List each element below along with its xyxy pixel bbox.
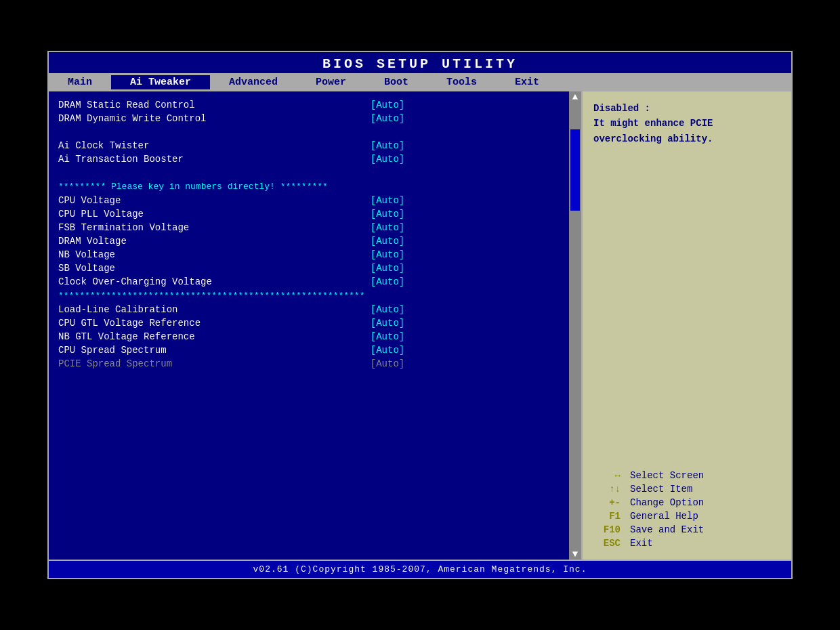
settings-row-18[interactable]: CPU Spread Spectrum[Auto] bbox=[49, 343, 569, 357]
legend-key: +- bbox=[593, 496, 627, 509]
settings-row-1[interactable]: DRAM Dynamic Write Control[Auto] bbox=[49, 112, 569, 125]
separator-row: ****************************************… bbox=[49, 289, 569, 303]
right-panel: Disabled : It might enhance PCIE overclo… bbox=[581, 91, 791, 560]
setting-name-4: Ai Transaction Booster bbox=[49, 152, 361, 166]
setting-name-17: NB GTL Voltage Reference bbox=[49, 330, 361, 343]
status-text: v02.61 (C)Copyright 1985-2007, American … bbox=[253, 564, 587, 574]
menu-item-tools[interactable]: Tools bbox=[427, 75, 496, 89]
legend-row: ↑↓Select Item bbox=[593, 482, 780, 496]
menu-item-ai-tweaker[interactable]: Ai Tweaker bbox=[111, 75, 210, 89]
legend-action: Select Item bbox=[627, 482, 780, 496]
legend-row: F1General Help bbox=[593, 509, 780, 523]
legend-row: F10Save and Exit bbox=[593, 523, 780, 537]
legend-action: Save and Exit bbox=[627, 523, 780, 537]
setting-value-10[interactable]: [Auto] bbox=[361, 234, 569, 248]
scrollbar-track bbox=[570, 102, 580, 549]
menu-item-power[interactable]: Power bbox=[297, 75, 365, 89]
menu-item-exit[interactable]: Exit bbox=[496, 75, 558, 89]
scroll-down-arrow[interactable]: ▼ bbox=[570, 549, 580, 560]
key-legend: ↔Select Screen↑↓Select Item+-Change Opti… bbox=[593, 469, 780, 550]
setting-name-16: CPU GTL Voltage Reference bbox=[49, 316, 361, 330]
setting-name-15: Load-Line Calibration bbox=[49, 303, 361, 316]
content-area: DRAM Static Read Control[Auto]DRAM Dynam… bbox=[49, 91, 791, 560]
setting-name-8: CPU PLL Voltage bbox=[49, 207, 361, 221]
setting-value-3[interactable]: [Auto] bbox=[361, 139, 569, 152]
help-title: Disabled : bbox=[593, 103, 650, 114]
settings-row-19[interactable]: PCIE Spread Spectrum[Auto] bbox=[49, 357, 569, 371]
settings-row-3[interactable]: Ai Clock Twister[Auto] bbox=[49, 139, 569, 152]
settings-row-17[interactable]: NB GTL Voltage Reference[Auto] bbox=[49, 330, 569, 343]
scrollbar-thumb[interactable] bbox=[570, 129, 580, 211]
help-text: Disabled : It might enhance PCIE overclo… bbox=[593, 101, 780, 146]
setting-name-0: DRAM Static Read Control bbox=[49, 98, 361, 112]
menu-item-advanced[interactable]: Advanced bbox=[210, 75, 297, 89]
setting-name-1: DRAM Dynamic Write Control bbox=[49, 112, 361, 125]
settings-row-8[interactable]: CPU PLL Voltage[Auto] bbox=[49, 207, 569, 221]
legend-row: +-Change Option bbox=[593, 496, 780, 509]
title-bar: BIOS SETUP UTILITY bbox=[49, 52, 791, 73]
settings-row-16[interactable]: CPU GTL Voltage Reference[Auto] bbox=[49, 316, 569, 330]
menu-item-boot[interactable]: Boot bbox=[365, 75, 427, 89]
setting-value-0[interactable]: [Auto] bbox=[361, 98, 569, 112]
help-line2: overclocking ability. bbox=[593, 133, 713, 144]
setting-value-17[interactable]: [Auto] bbox=[361, 330, 569, 343]
settings-table: DRAM Static Read Control[Auto]DRAM Dynam… bbox=[49, 98, 569, 371]
legend-row: ESCExit bbox=[593, 537, 780, 550]
legend-key: ↑↓ bbox=[593, 482, 627, 496]
legend-action: Change Option bbox=[627, 496, 780, 509]
settings-row-12[interactable]: SB Voltage[Auto] bbox=[49, 261, 569, 275]
setting-value-19[interactable]: [Auto] bbox=[361, 357, 569, 371]
legend-key: F1 bbox=[593, 509, 627, 523]
bios-container: BIOS SETUP UTILITY MainAi TweakerAdvance… bbox=[47, 51, 793, 579]
setting-name-19: PCIE Spread Spectrum bbox=[49, 357, 361, 371]
setting-name-18: CPU Spread Spectrum bbox=[49, 343, 361, 357]
status-bar: v02.61 (C)Copyright 1985-2007, American … bbox=[49, 560, 791, 578]
blank-row bbox=[49, 125, 569, 139]
legend-key: ↔ bbox=[593, 469, 627, 482]
menu-bar: MainAi TweakerAdvancedPowerBootToolsExit bbox=[49, 73, 791, 91]
legend-key: F10 bbox=[593, 523, 627, 537]
setting-value-12[interactable]: [Auto] bbox=[361, 261, 569, 275]
menu-item-main[interactable]: Main bbox=[49, 75, 111, 89]
setting-value-11[interactable]: [Auto] bbox=[361, 248, 569, 261]
setting-name-10: DRAM Voltage bbox=[49, 234, 361, 248]
setting-name-9: FSB Termination Voltage bbox=[49, 221, 361, 234]
settings-row-11[interactable]: NB Voltage[Auto] bbox=[49, 248, 569, 261]
settings-row-9[interactable]: FSB Termination Voltage[Auto] bbox=[49, 221, 569, 234]
setting-value-16[interactable]: [Auto] bbox=[361, 316, 569, 330]
setting-value-7[interactable]: [Auto] bbox=[361, 194, 569, 207]
bios-title: BIOS SETUP UTILITY bbox=[322, 56, 518, 72]
legend-key: ESC bbox=[593, 537, 627, 550]
settings-row-15[interactable]: Load-Line Calibration[Auto] bbox=[49, 303, 569, 316]
blank-row bbox=[49, 166, 569, 180]
scroll-up-arrow[interactable]: ▲ bbox=[570, 91, 580, 102]
settings-row-13[interactable]: Clock Over-Charging Voltage[Auto] bbox=[49, 275, 569, 289]
setting-name-7: CPU Voltage bbox=[49, 194, 361, 207]
separator-row: ********* Please key in numbers directly… bbox=[49, 180, 569, 194]
setting-value-8[interactable]: [Auto] bbox=[361, 207, 569, 221]
setting-value-18[interactable]: [Auto] bbox=[361, 343, 569, 357]
settings-row-7[interactable]: CPU Voltage[Auto] bbox=[49, 194, 569, 207]
settings-row-10[interactable]: DRAM Voltage[Auto] bbox=[49, 234, 569, 248]
legend-action: Select Screen bbox=[627, 469, 780, 482]
setting-value-15[interactable]: [Auto] bbox=[361, 303, 569, 316]
setting-value-9[interactable]: [Auto] bbox=[361, 221, 569, 234]
scrollbar-area: ▲ ▼ bbox=[569, 91, 581, 560]
setting-value-13[interactable]: [Auto] bbox=[361, 275, 569, 289]
setting-name-11: NB Voltage bbox=[49, 248, 361, 261]
setting-value-1[interactable]: [Auto] bbox=[361, 112, 569, 125]
main-panel: DRAM Static Read Control[Auto]DRAM Dynam… bbox=[49, 91, 569, 560]
setting-name-13: Clock Over-Charging Voltage bbox=[49, 275, 361, 289]
legend-action: Exit bbox=[627, 537, 780, 550]
legend-action: General Help bbox=[627, 509, 780, 523]
setting-name-12: SB Voltage bbox=[49, 261, 361, 275]
settings-row-0[interactable]: DRAM Static Read Control[Auto] bbox=[49, 98, 569, 112]
settings-row-4[interactable]: Ai Transaction Booster[Auto] bbox=[49, 152, 569, 166]
help-line1: It might enhance PCIE bbox=[593, 118, 713, 129]
legend-row: ↔Select Screen bbox=[593, 469, 780, 482]
setting-name-3: Ai Clock Twister bbox=[49, 139, 361, 152]
setting-value-4[interactable]: [Auto] bbox=[361, 152, 569, 166]
